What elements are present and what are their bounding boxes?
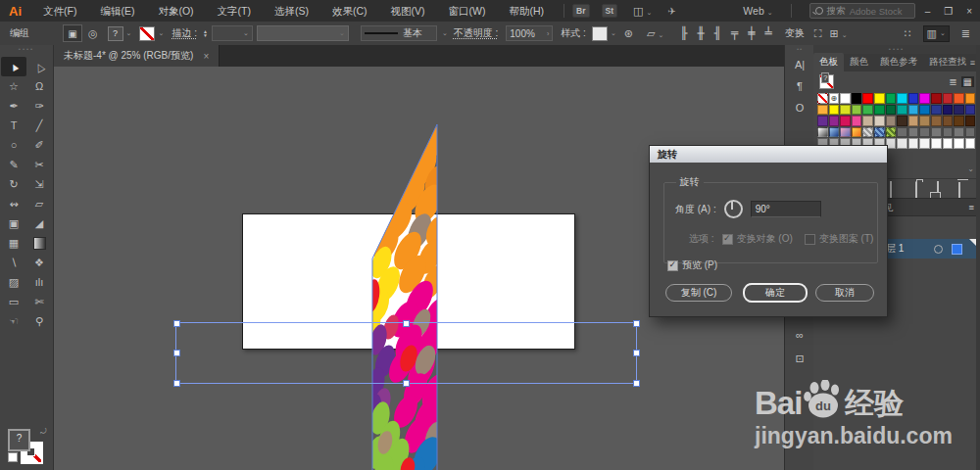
swatch[interactable] <box>897 105 907 116</box>
bounding-box-icon[interactable]: ▣ <box>63 24 82 42</box>
swatch[interactable] <box>862 105 873 116</box>
gradient-tool[interactable] <box>26 233 52 253</box>
hand-tool[interactable]: ☜ <box>1 311 26 331</box>
swatch[interactable] <box>829 116 840 126</box>
swatch[interactable] <box>919 138 930 149</box>
swatch[interactable] <box>954 116 964 126</box>
type-tool[interactable]: T <box>1 116 26 135</box>
swatch[interactable] <box>817 127 828 138</box>
cancel-button[interactable]: 取消 <box>815 284 874 302</box>
fill-swatch[interactable]: ? <box>8 429 30 451</box>
panel-grip-dots[interactable]: •• <box>785 45 814 53</box>
opentype-panel-icon[interactable]: O <box>785 102 814 114</box>
selection-handle[interactable] <box>173 320 180 327</box>
stock-button[interactable]: St <box>602 4 618 18</box>
panel-tab-路径查找[interactable]: 路径查找 <box>923 53 972 71</box>
swatch[interactable] <box>919 127 930 138</box>
column-graph-tool[interactable]: ılı <box>26 272 52 292</box>
copy-button[interactable]: 复制 (C) <box>665 284 732 302</box>
panel-tab-颜色[interactable]: 颜色 <box>844 53 874 71</box>
minimize-button[interactable]: – <box>925 6 931 17</box>
swatch[interactable] <box>931 116 942 126</box>
swatch[interactable] <box>874 116 885 126</box>
layer-selection-indicator[interactable] <box>952 244 962 255</box>
character-panel-icon[interactable]: A| <box>785 59 814 70</box>
swatch[interactable] <box>965 116 976 126</box>
selection-bounding-box[interactable] <box>175 322 637 384</box>
free-transform-icon[interactable]: ⛶ <box>814 27 822 40</box>
artwork-dots-strip[interactable] <box>363 118 446 470</box>
swatch[interactable] <box>897 93 907 104</box>
stroke-label[interactable]: 描边 : <box>172 26 197 40</box>
perspective-grid-tool[interactable]: ◢ <box>26 213 52 233</box>
swatch[interactable]: ⊕ <box>829 93 840 104</box>
artboard-tool[interactable]: ▭ <box>1 292 26 311</box>
angle-input[interactable]: 90° <box>751 201 821 217</box>
swatch[interactable] <box>931 138 942 149</box>
ok-button[interactable]: 确定 <box>743 283 808 303</box>
magic-wand-tool[interactable]: ☆ <box>1 76 26 96</box>
bridge-button[interactable]: Br <box>572 4 589 18</box>
shape-mode-icon[interactable]: ▱⌄ <box>647 27 663 40</box>
dialog-title-bar[interactable]: 旋转 <box>650 146 887 163</box>
grid-view-icon[interactable]: ▦ <box>961 76 974 87</box>
swatch[interactable] <box>943 116 954 126</box>
swatch[interactable] <box>840 105 851 116</box>
document-tab[interactable]: 未标题-4* @ 25% (RGB/预览) × <box>54 45 220 67</box>
rotate-tool[interactable]: ↻ <box>1 174 26 194</box>
swatch[interactable] <box>908 116 919 126</box>
swatch[interactable] <box>862 127 873 138</box>
lasso-tool[interactable]: Ω <box>26 76 52 96</box>
free-transform-tool[interactable]: ▱ <box>26 194 52 213</box>
mesh-tool[interactable]: ▦ <box>1 233 26 253</box>
chevron-down-icon[interactable]: ⌄ <box>158 29 164 37</box>
swatch[interactable] <box>817 105 828 116</box>
menu-item-3[interactable]: 文字(T) <box>206 0 263 22</box>
stroke-color-well[interactable] <box>139 26 155 41</box>
swatch[interactable] <box>908 138 919 149</box>
stroke-weight-stepper[interactable]: ▲▼ <box>203 29 208 37</box>
scale-tool[interactable]: ⇲ <box>26 174 52 194</box>
menu-item-0[interactable]: 文件(F) <box>31 0 88 22</box>
swatch[interactable] <box>965 127 976 138</box>
app-logo[interactable]: Ai <box>0 4 31 19</box>
swatch[interactable] <box>874 93 885 104</box>
swatch[interactable] <box>829 127 840 138</box>
swatch[interactable] <box>874 127 885 138</box>
swatch[interactable] <box>954 105 964 116</box>
swatch[interactable] <box>908 127 919 138</box>
swatch[interactable] <box>897 127 907 138</box>
swatch[interactable] <box>943 127 954 138</box>
swatch[interactable] <box>908 105 919 116</box>
swatch[interactable] <box>931 127 942 138</box>
swatch[interactable] <box>965 138 976 149</box>
pencil-tool[interactable]: ✎ <box>1 155 26 174</box>
paragraph-panel-icon[interactable]: ¶ <box>785 80 814 92</box>
workspace-switcher[interactable]: Web⌄ <box>743 5 772 17</box>
document-setup-icon[interactable]: ⊛ <box>624 27 633 40</box>
isolate-icon[interactable]: ◎ <box>88 27 98 40</box>
swatch[interactable] <box>965 93 976 104</box>
selection-handle[interactable] <box>633 350 640 356</box>
align-icon-4[interactable]: ╪ <box>748 26 755 40</box>
swatch[interactable] <box>908 93 919 104</box>
default-fill-stroke-icon[interactable] <box>8 452 18 462</box>
swatch[interactable] <box>874 105 885 116</box>
eyedropper-tool[interactable]: ∖ <box>1 253 26 272</box>
chevron-down-icon[interactable]: ⌄ <box>611 29 616 37</box>
blend-tool[interactable]: ❖ <box>26 253 52 272</box>
selection-handle[interactable] <box>173 350 180 356</box>
swatch[interactable] <box>852 93 862 104</box>
swatch[interactable] <box>817 93 828 104</box>
panel-grip-dots[interactable]: •••• <box>0 45 53 53</box>
scissors-tool[interactable]: ✂ <box>26 155 52 174</box>
swatch[interactable] <box>862 116 873 126</box>
swatch[interactable] <box>886 105 897 116</box>
menu-item-2[interactable]: 对象(O) <box>146 0 205 22</box>
align-icon-0[interactable]: ╟ <box>680 26 687 40</box>
selection-handle[interactable] <box>403 320 410 327</box>
swatch[interactable] <box>862 93 873 104</box>
swatch[interactable] <box>897 138 907 149</box>
links-panel-icon[interactable]: ∞ <box>785 329 814 341</box>
grid-view-icon[interactable]: ∷ <box>905 27 911 40</box>
